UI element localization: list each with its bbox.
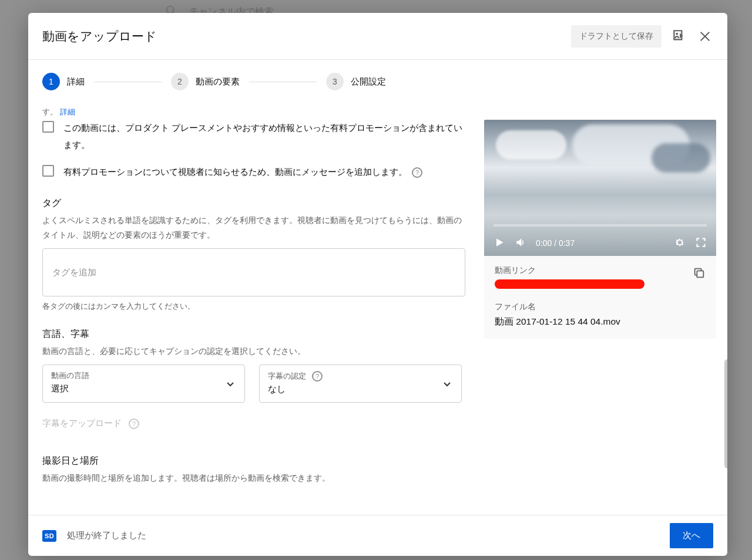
filename-label: ファイル名 [495, 302, 706, 312]
recording-desc: 動画の撮影時間と場所を追加します。視聴者は場所から動画を検索できます。 [42, 471, 465, 485]
video-language-value: 選択 [51, 383, 236, 394]
paid-promotion-checkbox-row: この動画には、プロダクト プレースメントやおすすめ情報といった有料プロモーション… [42, 120, 465, 153]
copy-link-icon[interactable] [693, 265, 706, 282]
stepper: 1 詳細 2 動画の要素 3 公開設定 [42, 73, 713, 90]
settings-icon[interactable] [674, 237, 686, 250]
video-progress-bar[interactable] [494, 224, 707, 227]
video-language-label: 動画の言語 [51, 371, 236, 381]
help-icon[interactable]: ? [412, 167, 422, 178]
language-title: 言語、字幕 [42, 328, 465, 340]
video-time: 0:00 / 0:37 [536, 238, 575, 248]
step-details[interactable]: 1 詳細 [42, 73, 85, 90]
paid-promotion-checkbox[interactable] [42, 121, 54, 133]
notify-viewers-checkbox-row: 有料プロモーションについて視聴者に知らせるため、動画にメッセージを追加します。 … [42, 164, 465, 181]
svg-rect-5 [697, 271, 703, 277]
feedback-icon[interactable] [671, 28, 687, 45]
close-icon[interactable] [697, 28, 713, 45]
svg-point-2 [676, 32, 678, 35]
tags-hint: 各タグの後にはカンマを入力してください。 [42, 301, 465, 312]
scrollbar-thumb[interactable] [724, 359, 727, 468]
chevron-down-icon [444, 379, 451, 389]
tags-title: タグ [42, 197, 465, 210]
filename-value: 動画 2017-01-12 15 44 04.mov [495, 316, 706, 328]
notify-viewers-checkbox[interactable] [42, 165, 54, 177]
upload-dialog: 動画をアップロード ドラフトとして保存 1 詳細 2 動画の要素 3 [28, 13, 727, 556]
fullscreen-icon[interactable] [695, 237, 707, 250]
language-desc: 動画の言語と、必要に応じてキャプションの認定を選択してください。 [42, 344, 465, 359]
notify-viewers-label: 有料プロモーションについて視聴者に知らせるため、動画にメッセージを追加します。 … [63, 164, 422, 181]
preview-card: 0:00 / 0:37 [484, 120, 716, 339]
paid-promotion-label: この動画には、プロダクト プレースメントやおすすめ情報といった有料プロモーション… [63, 120, 465, 153]
play-icon[interactable] [494, 237, 505, 250]
preview-column: 0:00 / 0:37 [484, 120, 716, 491]
step-elements[interactable]: 2 動画の要素 [171, 73, 240, 90]
processing-status: 処理が終了しました [67, 530, 146, 541]
video-thumbnail[interactable]: 0:00 / 0:37 [484, 120, 716, 256]
dialog-header: 動画をアップロード ドラフトとして保存 [28, 13, 727, 60]
caption-cert-label: 字幕の認定 ? [268, 371, 453, 382]
truncated-line: す。 詳細 [42, 107, 713, 117]
svg-point-0 [167, 6, 174, 14]
next-button[interactable]: 次へ [670, 523, 713, 548]
sd-badge: SD [42, 530, 56, 542]
help-icon[interactable]: ? [129, 419, 139, 429]
video-link-redacted [495, 279, 644, 289]
volume-icon[interactable] [515, 237, 526, 250]
chevron-down-icon [227, 379, 234, 389]
tags-desc: よくスペルミスされる単語を認識するために、タグを利用できます。視聴者に動画を見つ… [42, 213, 465, 242]
help-icon[interactable]: ? [312, 371, 323, 382]
video-controls: 0:00 / 0:37 [484, 230, 716, 256]
dialog-body: 1 詳細 2 動画の要素 3 公開設定 す。 詳細 この動画には、プロダクト [28, 60, 727, 515]
caption-cert-select[interactable]: 字幕の認定 ? なし [259, 365, 462, 403]
step-line [249, 82, 317, 82]
dialog-title: 動画をアップロード [42, 28, 157, 45]
recording-title: 撮影日と場所 [42, 455, 465, 467]
details-link[interactable]: 詳細 [60, 107, 75, 116]
video-link-label: 動画リンク [495, 265, 644, 276]
upload-captions-disabled: 字幕をアップロード ? [42, 418, 465, 429]
step-visibility[interactable]: 3 公開設定 [326, 73, 386, 90]
video-language-select[interactable]: 動画の言語 選択 [42, 365, 245, 403]
step-line [94, 82, 162, 82]
form-column: この動画には、プロダクト プレースメントやおすすめ情報といった有料プロモーション… [42, 120, 465, 491]
dialog-footer: SD 処理が終了しました 次へ [28, 515, 727, 556]
save-draft-button[interactable]: ドラフトとして保存 [571, 25, 662, 48]
tags-input-wrapper[interactable] [42, 248, 465, 296]
tags-input[interactable] [52, 267, 455, 277]
caption-cert-value: なし [268, 384, 453, 395]
